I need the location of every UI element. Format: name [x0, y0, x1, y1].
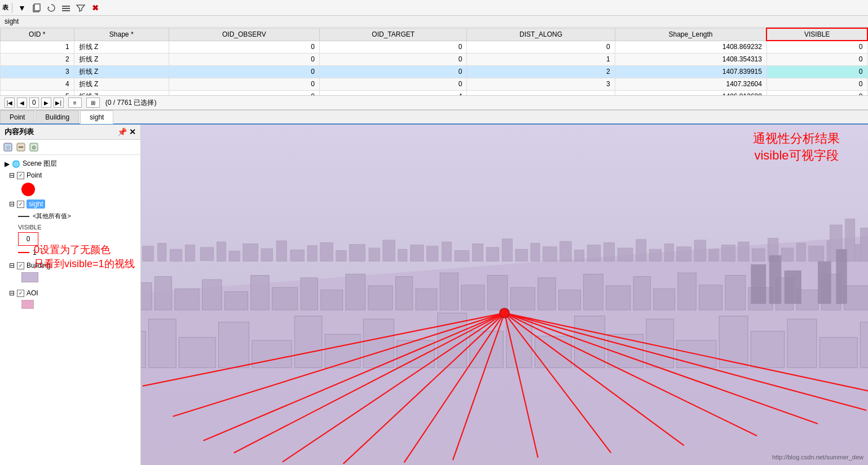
- svg-rect-76: [301, 278, 318, 310]
- table-view-btn[interactable]: ≡: [68, 98, 82, 108]
- table-btn4[interactable]: [60, 2, 72, 14]
- table-row[interactable]: 1折线 Z0001408.8692320: [1, 41, 868, 53]
- svg-rect-75: [272, 287, 297, 310]
- svg-rect-119: [751, 331, 784, 368]
- pin-icon[interactable]: 📌: [117, 127, 127, 136]
- svg-marker-2: [48, 6, 50, 8]
- col-visible[interactable]: VISIBLE: [766, 28, 867, 41]
- table-title: sight: [0, 16, 868, 28]
- add-layer-btn[interactable]: ☆: [2, 141, 14, 153]
- svg-rect-86: [538, 278, 556, 310]
- svg-rect-29: [336, 250, 346, 261]
- table-cell: 折线 Z: [74, 78, 169, 90]
- col-oid-target[interactable]: OID_TARGET: [319, 28, 466, 41]
- right-viewport[interactable]: 通视性分析结果 visible可视字段 http://blog.csdn.net…: [141, 125, 868, 465]
- visible-1-row: 1: [0, 247, 140, 258]
- table-cell: 折线 Z: [74, 41, 169, 53]
- svg-rect-140: [769, 255, 782, 304]
- col-shape-length[interactable]: Shape_Length: [615, 28, 766, 41]
- table-row[interactable]: 4折线 Z0031407.326040: [1, 78, 868, 90]
- col-oid[interactable]: OID *: [1, 28, 74, 41]
- panel-header-icons: 📌 ✕: [117, 127, 136, 136]
- svg-rect-24: [261, 249, 272, 262]
- svg-rect-52: [677, 247, 691, 262]
- svg-rect-103: [179, 338, 215, 368]
- table-section: sight OID * Shape * OID_OBSERV OID_TARGE…: [0, 16, 868, 110]
- svg-text:⚙: ⚙: [32, 145, 36, 150]
- visible-1-icon: [18, 252, 29, 253]
- scene-svg: [141, 125, 868, 465]
- table-btn2[interactable]: [30, 2, 43, 14]
- svg-rect-34: [410, 245, 424, 262]
- svg-rect-59: [781, 248, 794, 262]
- tab-point[interactable]: Point: [0, 110, 34, 123]
- layer-props-btn[interactable]: ⚙: [28, 141, 39, 153]
- sight-expand-icon[interactable]: ⊟: [9, 200, 15, 208]
- card-view-btn[interactable]: ⊞: [86, 98, 100, 108]
- svg-rect-27: [307, 246, 317, 262]
- table-cell: 0: [467, 41, 615, 53]
- col-dist-along[interactable]: DIST_ALONG: [467, 28, 615, 41]
- aoi-checkbox[interactable]: [17, 290, 24, 297]
- col-shape[interactable]: Shape *: [74, 28, 169, 41]
- table-row[interactable]: 3折线 Z0021407.8399150: [1, 65, 868, 78]
- layer-item-sight[interactable]: ⊟ sight: [0, 198, 140, 210]
- svg-rect-46: [587, 245, 601, 262]
- prev-page-btn[interactable]: ◀: [17, 98, 27, 108]
- main-section: 内容列表 📌 ✕ ☆: [0, 125, 868, 465]
- layer-item-building[interactable]: ⊟ Building: [0, 260, 140, 271]
- svg-rect-68: [860, 228, 868, 261]
- layer-item-aoi[interactable]: ⊟ AOI: [0, 288, 140, 298]
- svg-rect-70: [155, 277, 171, 310]
- table-cell: 4: [1, 78, 74, 90]
- pagination-bar: |◀ ◀ 0 ▶ ▶| ≡ ⊞ (0 / 7761 已选择): [0, 95, 868, 110]
- table-cell: 0: [319, 53, 466, 65]
- svg-rect-17: [158, 243, 166, 261]
- layer-item-point[interactable]: ⊟ Point: [0, 170, 140, 180]
- svg-rect-21: [217, 242, 226, 262]
- building-checkbox[interactable]: [17, 262, 24, 269]
- table-close-btn[interactable]: ✖: [89, 2, 102, 14]
- tab-building[interactable]: Building: [36, 110, 79, 123]
- aoi-expand-icon[interactable]: ⊟: [9, 289, 15, 297]
- visible-box-row: 0: [0, 231, 140, 247]
- point-checkbox[interactable]: [17, 172, 24, 179]
- table-btn1[interactable]: ▼: [16, 2, 28, 14]
- scene-expand-icon[interactable]: ▶: [5, 160, 10, 168]
- building-label: Building: [27, 262, 51, 269]
- last-page-btn[interactable]: ▶|: [54, 98, 64, 108]
- svg-rect-116: [646, 319, 674, 367]
- svg-rect-26: [290, 250, 305, 261]
- first-page-btn[interactable]: |◀: [5, 98, 15, 108]
- watermark: http://blog.csdn.net/summer_dew: [772, 454, 863, 460]
- table-cell: 1408.869232: [615, 41, 766, 53]
- tab-sight[interactable]: sight: [80, 110, 113, 124]
- page-number[interactable]: 0: [29, 98, 39, 108]
- point-expand-icon[interactable]: ⊟: [9, 171, 15, 179]
- svg-rect-121: [819, 338, 857, 368]
- table-row[interactable]: 5折线 Z041406.8126880: [1, 90, 868, 95]
- table-cell: 0: [766, 53, 867, 65]
- svg-rect-4: [62, 8, 70, 9]
- col-oid-observ[interactable]: OID_OBSERV: [169, 28, 319, 41]
- svg-rect-69: [141, 282, 152, 310]
- panel-toolbar: ☆ ⚙: [0, 140, 140, 155]
- svg-rect-41: [515, 249, 528, 262]
- next-page-btn[interactable]: ▶: [41, 98, 51, 108]
- sight-checkbox[interactable]: [17, 201, 24, 208]
- table-btn5[interactable]: [74, 2, 87, 14]
- remove-layer-btn[interactable]: [15, 141, 27, 153]
- table-cell: 0: [169, 78, 319, 90]
- panel-close-icon[interactable]: ✕: [129, 127, 136, 136]
- svg-rect-122: [860, 322, 868, 368]
- building-expand-icon[interactable]: ⊟: [9, 262, 15, 269]
- svg-rect-102: [149, 319, 177, 367]
- svg-rect-90: [633, 277, 650, 310]
- svg-rect-81: [416, 289, 437, 310]
- table-btn3[interactable]: [45, 2, 58, 14]
- scene-group: ▶ 🌐 Scene 图层: [0, 157, 140, 170]
- table-row[interactable]: 2折线 Z0011408.3543130: [1, 53, 868, 65]
- svg-rect-78: [346, 274, 365, 310]
- svg-rect-43: [543, 247, 557, 262]
- other-values-row: <其他所有值>: [18, 211, 136, 222]
